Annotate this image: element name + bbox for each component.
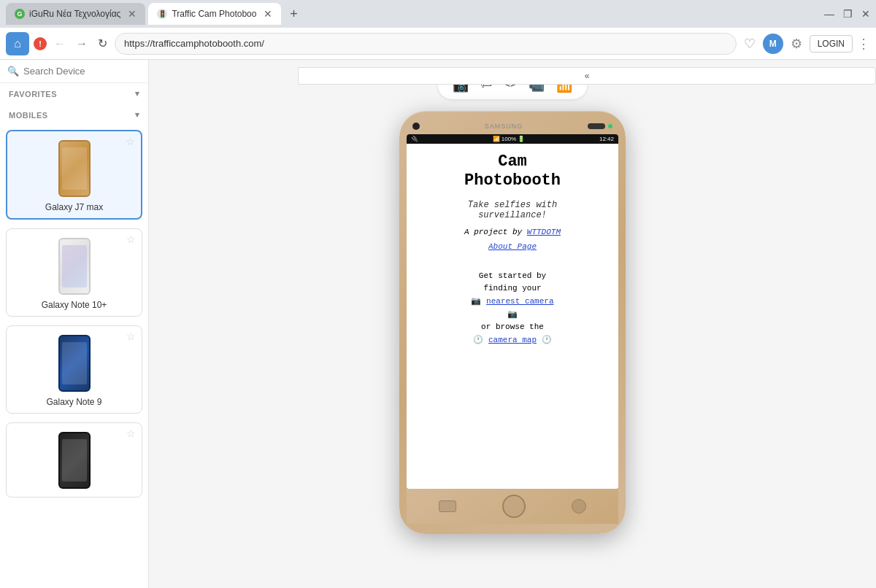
address-bar[interactable]: https://trafficcamphotobooth.com/ xyxy=(115,33,737,55)
tab2-favicon: 🚦 xyxy=(157,9,167,19)
refresh-button[interactable]: ↻ xyxy=(95,34,110,53)
tab1-favicon: G xyxy=(15,9,25,19)
favorite-button[interactable]: ♡ xyxy=(741,33,758,55)
status-time: 12:42 xyxy=(599,136,614,142)
search-input[interactable] xyxy=(23,66,141,77)
search-icon: 🔍 xyxy=(7,66,19,77)
nearest-camera-link[interactable]: nearest camera xyxy=(486,297,553,306)
sidebar: 🔍 FAVORITES ▾ MOBILES ▾ ☆ Galaxy J7 max … xyxy=(0,60,149,588)
or-browse-text: or browse the xyxy=(481,322,544,331)
title-bar: G iGuRu Νέα Τεχνολογίας ✕ 🚦 Traffic Cam … xyxy=(0,0,876,28)
phone-shape-white xyxy=(58,238,91,295)
phone-subtitle: Take selfies withsurveillance! xyxy=(468,200,557,220)
tab1-label: iGuRu Νέα Τεχνολογίας xyxy=(29,9,120,19)
phone-led xyxy=(608,124,612,128)
mobiles-chevron: ▾ xyxy=(135,110,140,120)
device-image-j7max xyxy=(45,137,104,199)
camera-emoji-2: 📷 xyxy=(507,310,518,319)
tab2-label: Traffic Cam Photoboo xyxy=(172,9,256,19)
phone-web-content: CamPhotobooth Take selfies withsurveilla… xyxy=(407,144,618,489)
phone-project-text: A project by WTTDOTM xyxy=(464,228,561,236)
get-started-text: Get started by finding your 📷 nearest ca… xyxy=(471,270,553,347)
favorites-section-header[interactable]: FAVORITES ▾ xyxy=(0,83,148,104)
device-image-extra xyxy=(45,429,104,491)
phone-screen-mini-2 xyxy=(62,245,87,287)
alert-badge: ! xyxy=(34,37,47,50)
favorite-star-note10[interactable]: ☆ xyxy=(126,233,136,245)
favorites-chevron: ▾ xyxy=(135,89,140,98)
search-device-box[interactable]: 🔍 xyxy=(0,60,148,83)
browser-content: « 📷 🏷 <> 📹 📶 SAMSUNG xyxy=(149,60,876,588)
favorite-star-extra[interactable]: ☆ xyxy=(126,428,136,439)
device-card-j7max[interactable]: ☆ Galaxy J7 max xyxy=(6,130,142,220)
mobiles-section-header[interactable]: MOBILES ▾ xyxy=(0,104,148,125)
phone-screen-mini-3 xyxy=(62,342,87,384)
settings-button[interactable]: ⚙ xyxy=(788,33,805,55)
forward-button[interactable]: → xyxy=(73,34,91,53)
phone-top-bar: SAMSUNG xyxy=(407,121,618,131)
tab-1[interactable]: G iGuRu Νέα Τεχνολογίας ✕ xyxy=(6,3,145,25)
mobiles-label: MOBILES xyxy=(9,111,48,120)
address-text: https://trafficcamphotobooth.com/ xyxy=(124,38,264,49)
favorite-star-j7max[interactable]: ☆ xyxy=(126,136,135,147)
phone-brand-text: SAMSUNG xyxy=(485,123,523,130)
device-card-note9[interactable]: ☆ Galaxy Note 9 xyxy=(6,325,142,414)
device-card-extra[interactable]: ☆ xyxy=(6,422,142,498)
get-started-line1: Get started by xyxy=(479,271,546,280)
phone-recent-apps-button[interactable] xyxy=(439,500,456,512)
menu-button[interactable]: ⋮ xyxy=(857,36,870,52)
phone-screen: 🔌 📶 100% 🔋 12:42 CamPhotobooth Take self… xyxy=(407,134,618,489)
window-controls: — ❐ ✕ xyxy=(824,8,870,20)
collapse-sidebar-button[interactable]: « xyxy=(298,67,876,85)
home-button[interactable]: ⌂ xyxy=(6,32,29,55)
phone-shape-blue xyxy=(58,335,91,392)
user-avatar[interactable]: M xyxy=(763,34,783,54)
phone-back-button[interactable] xyxy=(572,499,586,514)
tab2-close[interactable]: ✕ xyxy=(264,8,272,20)
phone-home-button[interactable] xyxy=(502,495,526,518)
back-button[interactable]: ← xyxy=(51,34,69,53)
clock-emoji-1: 🕐 xyxy=(473,336,483,344)
phone-bottom-bar xyxy=(407,489,618,524)
status-left: 🔌 xyxy=(411,136,418,142)
nav-bar: ⌂ ! ← → ↻ https://trafficcamphotobooth.c… xyxy=(0,28,876,60)
new-tab-button[interactable]: + xyxy=(284,4,303,23)
favorite-star-note9[interactable]: ☆ xyxy=(126,330,136,342)
phone-camera xyxy=(412,123,420,130)
status-signal: 📶 100% 🔋 xyxy=(493,136,526,142)
phone-screen-mini-4 xyxy=(62,439,87,481)
wttdotm-link[interactable]: WTTDOTM xyxy=(527,228,561,236)
get-started-line2: finding your xyxy=(483,284,541,293)
minimize-button[interactable]: — xyxy=(824,8,834,20)
phone-shape-dark xyxy=(58,432,91,489)
restore-button[interactable]: ❐ xyxy=(843,8,853,20)
clock-emoji-2: 🕐 xyxy=(542,336,552,344)
phone-page-title: CamPhotobooth xyxy=(464,152,561,191)
device-card-note10[interactable]: ☆ Galaxy Note 10+ xyxy=(6,228,142,317)
phone-status-bar: 🔌 📶 100% 🔋 12:42 xyxy=(407,134,618,144)
device-image-note10 xyxy=(45,235,104,297)
device-name-j7max: Galaxy J7 max xyxy=(13,202,135,212)
main-area: 🔍 FAVORITES ▾ MOBILES ▾ ☆ Galaxy J7 max … xyxy=(0,60,876,588)
phone-screen-mini xyxy=(62,147,87,190)
device-image-note9 xyxy=(45,332,104,394)
close-button[interactable]: ✕ xyxy=(861,8,870,20)
tab-2[interactable]: 🚦 Traffic Cam Photoboo ✕ xyxy=(148,3,281,25)
device-name-note9: Galaxy Note 9 xyxy=(12,397,136,407)
login-button[interactable]: LOGIN xyxy=(810,35,853,53)
phone-speaker xyxy=(588,123,605,129)
camera-map-link[interactable]: camera map xyxy=(488,336,537,344)
phone-mockup: SAMSUNG 🔌 📶 100% 🔋 12:42 CamPhotoboot xyxy=(399,111,626,534)
about-page-link[interactable]: About Page xyxy=(488,242,537,251)
camera-emoji-1: 📷 xyxy=(471,297,481,306)
favorites-label: FAVORITES xyxy=(9,90,57,98)
tab1-close[interactable]: ✕ xyxy=(128,8,137,20)
device-name-note10: Galaxy Note 10+ xyxy=(12,300,136,310)
phone-shape-gold xyxy=(58,140,91,197)
